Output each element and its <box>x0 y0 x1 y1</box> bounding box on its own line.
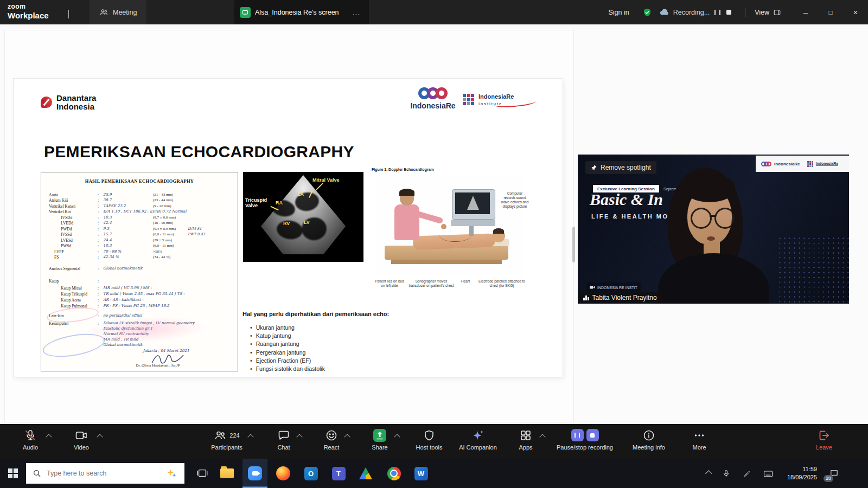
task-view-button[interactable] <box>190 459 215 488</box>
figure-caption-3: Heart <box>456 279 475 284</box>
report-row: Normal RV contractility <box>41 332 238 337</box>
search-input[interactable] <box>46 469 156 478</box>
report-row: LVESd24.4(29 ± 5 mm) <box>41 238 238 243</box>
doppler-illustration: Figure 1. Doppler Echocardiogram <box>371 168 531 302</box>
glasses <box>691 208 712 229</box>
apps-options-caret[interactable] <box>539 434 545 440</box>
tray-mic-button[interactable] <box>718 459 734 488</box>
institute-grid-icon <box>463 94 475 106</box>
close-button[interactable]: × <box>843 0 868 24</box>
taskbar-google-drive[interactable] <box>353 459 378 488</box>
ai-companion-button[interactable]: AI Companion <box>452 428 503 451</box>
workspace-switcher-chevron[interactable] <box>66 8 71 20</box>
search-highlights-icon[interactable] <box>163 467 180 479</box>
view-button[interactable]: View <box>751 8 784 17</box>
taskbar-clock[interactable]: 11:59 18/09/2025 <box>779 459 819 488</box>
report-row: Katup TrikuspidTR mild ( Vmax 2.55 , max… <box>41 292 238 297</box>
taskbar-chrome[interactable] <box>381 459 406 488</box>
report-row: LVEF70 - 98 %>50% <box>41 249 238 255</box>
stop-recording-icon[interactable] <box>586 429 599 441</box>
mitral-valve-label: Mitral Valve <box>312 177 340 183</box>
react-options-caret[interactable] <box>344 434 350 440</box>
firefox-icon <box>276 466 290 480</box>
teams-icon <box>332 467 346 480</box>
stop-recording-titlebar-button[interactable] <box>725 9 732 16</box>
minimize-button[interactable]: – <box>793 0 818 24</box>
report-row: Diastolic dysfunction gr 1 <box>41 326 238 332</box>
video-options-caret[interactable] <box>97 434 103 440</box>
record-controls-button[interactable]: Pause/stop recording <box>550 428 620 451</box>
sign-in-button[interactable]: Sign in <box>605 8 632 17</box>
bullet-item: •Ukuran jantung <box>250 324 325 332</box>
leave-icon <box>818 428 831 442</box>
react-button[interactable]: React <box>314 428 349 451</box>
notification-badge: 20 <box>824 475 833 482</box>
more-label: More <box>692 445 706 451</box>
camera-icon <box>75 428 88 442</box>
notes-bullet-list: •Ukuran jantung •Katup jantung •Ruangan … <box>250 324 325 373</box>
tab-more-button[interactable]: … <box>349 7 363 18</box>
pause-recording-titlebar-button[interactable] <box>713 9 722 16</box>
spotlight-video-tile[interactable]: IndonesiaRe IndonesiaRe Exclusive Learni… <box>578 155 849 304</box>
participants-options-caret[interactable] <box>247 434 253 440</box>
more-button[interactable]: More <box>682 428 716 451</box>
tab-meeting-label: Meeting <box>113 9 137 16</box>
meeting-people-icon <box>99 8 108 17</box>
audio-button[interactable]: Audio <box>10 428 51 451</box>
taskbar-file-explorer[interactable] <box>214 459 239 488</box>
share-options-caret[interactable] <box>394 434 400 440</box>
institute-logo-line1: IndonesiaRe <box>478 94 514 100</box>
titlebar: zoom Workplace Meeting Alsa_Indonesia Re… <box>0 0 868 25</box>
tray-mic-icon <box>722 470 730 478</box>
participants-icon <box>214 429 227 442</box>
security-shield-icon <box>642 8 652 17</box>
close-icon: × <box>853 8 858 17</box>
task-view-icon <box>196 467 208 479</box>
pin-icon <box>591 164 597 171</box>
notification-center-button[interactable]: 20 <box>821 459 846 488</box>
participants-button[interactable]: 224 Participants <box>201 428 253 451</box>
taskbar-search[interactable] <box>26 463 184 484</box>
report-row: IVSDd10.3(9,7 ± 0,6 mm) <box>41 215 238 221</box>
taskbar-word[interactable] <box>409 459 433 488</box>
remove-spotlight-button[interactable]: Remove spotlight <box>585 161 656 174</box>
tray-expand-button[interactable] <box>701 459 716 488</box>
host-tools-button[interactable]: Host tools <box>405 428 454 451</box>
chat-button[interactable]: Chat <box>266 428 302 451</box>
tray-pen-button[interactable] <box>739 459 755 488</box>
chat-options-caret[interactable] <box>296 434 302 440</box>
maximize-button[interactable]: □ <box>818 0 843 24</box>
screen-share-icon <box>240 7 251 18</box>
panel-resize-handle[interactable] <box>572 227 575 262</box>
danantara-logo-line1: Danantara <box>56 94 96 102</box>
start-button[interactable] <box>0 459 26 488</box>
share-button[interactable]: Share <box>360 428 399 451</box>
taskbar-firefox[interactable] <box>271 459 296 488</box>
report-row: FS42.34 %(34 - 44 %) <box>41 255 238 260</box>
leave-button[interactable]: Leave <box>806 428 842 451</box>
stop-icon <box>726 10 731 15</box>
chat-bubble-icon <box>277 428 290 442</box>
sonographer-figure <box>394 204 419 240</box>
meeting-info-button[interactable]: Meeting info <box>622 428 676 451</box>
tray-keyboard-button[interactable] <box>759 459 777 488</box>
video-button[interactable]: Video <box>61 428 102 451</box>
chrome-icon <box>387 467 401 480</box>
tab-shared-screen[interactable]: Alsa_Indonesia Re's screen … <box>234 0 369 24</box>
taskbar-zoom[interactable] <box>242 459 267 488</box>
taskbar-teams[interactable] <box>326 459 351 488</box>
audio-options-caret[interactable] <box>46 434 52 440</box>
pause-recording-icon[interactable] <box>571 429 584 441</box>
taskbar-outlook[interactable] <box>298 459 323 488</box>
maximize-icon: □ <box>828 9 832 16</box>
apps-button[interactable]: Apps <box>507 428 545 451</box>
apps-label: Apps <box>519 445 532 451</box>
ai-sparkle-icon <box>471 428 484 442</box>
report-row: Katup AortaAR - AS - kalsifikasi - <box>41 298 238 303</box>
report-row: PWSd10.3(6,0 - 11 mm) <box>41 243 238 249</box>
bullet-item: •Ejection Fraction (EF) <box>250 357 325 365</box>
file-explorer-icon <box>220 468 234 478</box>
camera-icon <box>590 285 595 290</box>
tab-meeting[interactable]: Meeting <box>90 0 146 24</box>
leave-label: Leave <box>816 445 832 451</box>
